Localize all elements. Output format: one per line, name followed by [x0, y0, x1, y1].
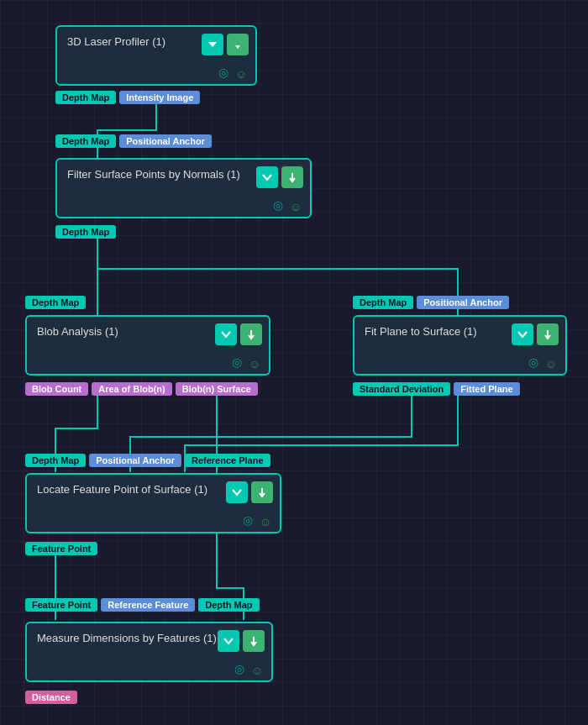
node-icons-blob — [215, 323, 262, 345]
node2-input-tags: Depth Map Positional Anchor — [55, 134, 212, 148]
chevron-btn-filter[interactable] — [256, 166, 278, 188]
node-icons-measure — [218, 630, 265, 652]
node-blob-analysis: Blob Analysis (1) ◎ ☺ — [25, 315, 270, 376]
tag-reference-feature-n6in: Reference Feature — [101, 598, 195, 612]
node5-input-tags: Depth Map Positional Anchor Reference Pl… — [25, 454, 270, 467]
chevron-btn-laser[interactable] — [202, 34, 223, 55]
node-3d-laser-profiler: 3D Laser Profiler (1) ◎ ☺ — [55, 25, 257, 86]
node-icons-laser — [202, 34, 249, 55]
arrow-btn-blob[interactable] — [240, 323, 262, 345]
node-filter-surface: Filter Surface Points by Normals (1) ◎ ☺ — [55, 158, 312, 218]
tag-depth-map-n2in: Depth Map — [55, 134, 116, 148]
node-icons-fitplane — [512, 323, 559, 345]
tag-blob-surface: Blob(n) Surface — [176, 382, 258, 396]
chevron-btn-fitplane[interactable] — [512, 323, 533, 345]
node5-output-tags: Feature Point — [25, 542, 97, 555]
node-locate-feature: Locate Feature Point of Surface (1) ◎ ☺ — [25, 473, 281, 533]
tag-std-deviation: Standard Deviation — [353, 382, 450, 396]
eye-icon-fitplane: ◎ — [528, 355, 538, 369]
tag-positional-anchor-n4in: Positional Anchor — [417, 296, 509, 309]
eye-icon-blob: ◎ — [232, 355, 242, 369]
person-icon-measure: ☺ — [251, 664, 263, 677]
tag-fitted-plane: Fitted Plane — [454, 382, 519, 396]
tag-reference-plane-n5in: Reference Plane — [185, 454, 270, 467]
tag-feature-point-n6in: Feature Point — [25, 598, 97, 612]
tag-area-blob: Area of Blob(n) — [92, 382, 171, 396]
chevron-btn-locate[interactable] — [226, 481, 248, 503]
node4-input-tags: Depth Map Positional Anchor — [353, 296, 509, 309]
tag-depth-map-n4in: Depth Map — [353, 296, 413, 309]
arrow-btn-laser[interactable] — [227, 34, 249, 55]
node3-input-tags: Depth Map — [25, 296, 86, 309]
node-icons-locate — [226, 481, 273, 503]
tag-intensity-image-n1: Intensity Image — [119, 91, 200, 104]
node4-output-tags: Standard Deviation Fitted Plane — [353, 382, 520, 396]
node6-output-tags: Distance — [25, 691, 77, 704]
node6-input-tags: Feature Point Reference Feature Depth Ma… — [25, 598, 260, 612]
arrow-btn-filter[interactable] — [281, 166, 303, 188]
node-measure-dimensions: Measure Dimensions by Features (1) ◎ ☺ — [25, 622, 273, 682]
person-icon-blob: ☺ — [249, 357, 260, 370]
arrow-btn-measure[interactable] — [243, 630, 265, 652]
tag-positional-anchor-n5in: Positional Anchor — [89, 454, 181, 467]
node3-output-tags: Blob Count Area of Blob(n) Blob(n) Surfa… — [25, 382, 258, 396]
node2-output-tags: Depth Map — [55, 225, 116, 239]
tag-depth-map-n2out: Depth Map — [55, 225, 116, 239]
eye-icon-measure: ◎ — [234, 662, 244, 675]
node-fit-plane: Fit Plane to Surface (1) ◎ ☺ — [353, 315, 567, 376]
tag-distance: Distance — [25, 691, 77, 704]
tag-depth-map-n3in: Depth Map — [25, 296, 86, 309]
node-icons-filter — [256, 166, 303, 188]
arrow-btn-fitplane[interactable] — [537, 323, 559, 345]
tag-depth-map-n5in: Depth Map — [25, 454, 86, 467]
chevron-btn-measure[interactable] — [218, 630, 239, 652]
person-icon-laser: ☺ — [235, 67, 247, 81]
eye-icon-locate: ◎ — [243, 513, 253, 527]
eye-icon-laser: ◎ — [218, 66, 228, 79]
eye-icon-filter: ◎ — [273, 198, 283, 212]
tag-depth-map-n6in: Depth Map — [198, 598, 259, 612]
node1-output-tags: Depth Map Intensity Image — [55, 91, 200, 104]
person-icon-fitplane: ☺ — [545, 357, 557, 370]
arrow-btn-locate[interactable] — [251, 481, 273, 503]
chevron-btn-blob[interactable] — [215, 323, 237, 345]
tag-feature-point-n5out: Feature Point — [25, 542, 97, 555]
tag-positional-anchor-n2in: Positional Anchor — [119, 134, 212, 148]
person-icon-filter: ☺ — [290, 200, 302, 213]
tag-blob-count: Blob Count — [25, 382, 88, 396]
tag-depth-map-n1: Depth Map — [55, 91, 116, 104]
person-icon-locate: ☺ — [260, 515, 271, 528]
